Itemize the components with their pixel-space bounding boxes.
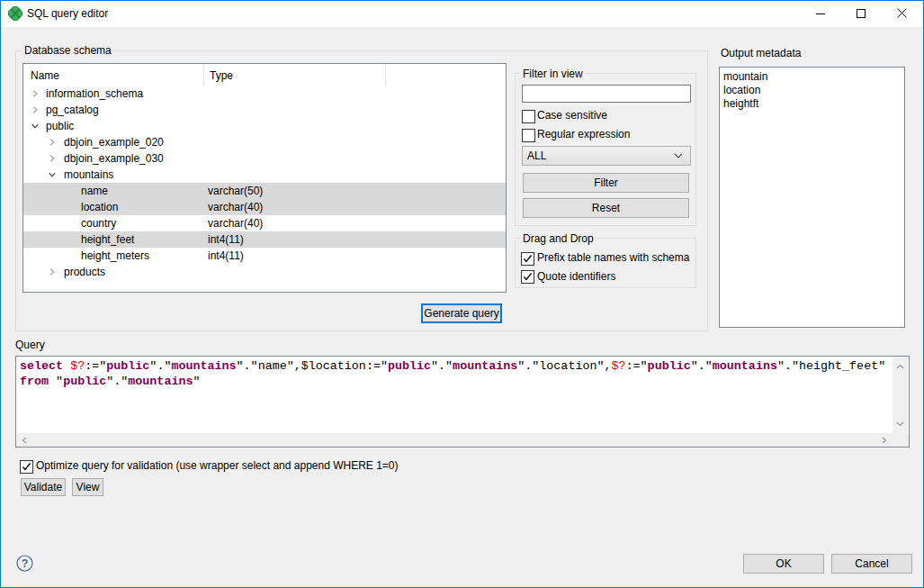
svg-text:?: ? [22, 557, 29, 570]
